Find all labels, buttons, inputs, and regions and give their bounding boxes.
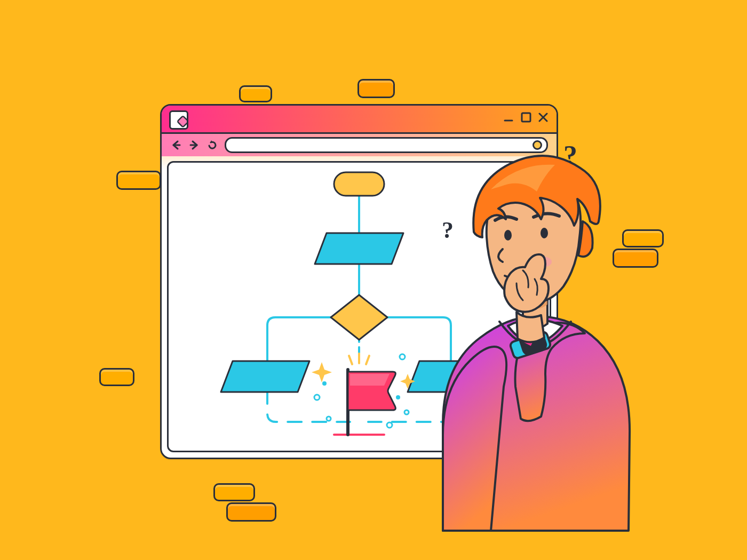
flowchart-start-node [334, 172, 384, 196]
deco-pill [357, 79, 395, 98]
minimize-button[interactable] [503, 111, 515, 123]
back-button[interactable] [170, 139, 182, 151]
flowchart-process-node-left [221, 361, 309, 392]
deco-pill [116, 171, 161, 190]
maximize-button[interactable] [520, 111, 532, 123]
flowchart-process-node [315, 233, 403, 264]
forward-button[interactable] [188, 139, 200, 151]
svg-point-17 [404, 410, 409, 414]
svg-point-18 [387, 422, 392, 428]
thinking-person-illustration [411, 136, 640, 531]
svg-line-12 [349, 356, 352, 364]
svg-rect-0 [177, 116, 187, 127]
svg-point-14 [314, 395, 320, 400]
close-button[interactable] [537, 111, 549, 123]
browser-titlebar [162, 106, 557, 134]
svg-point-22 [504, 230, 512, 241]
svg-rect-2 [522, 113, 530, 122]
svg-point-23 [541, 228, 548, 238]
deco-pill [99, 368, 134, 386]
svg-line-13 [366, 356, 369, 364]
deco-pill [239, 85, 272, 102]
flowchart-decision-node [331, 295, 387, 340]
deco-pill [226, 502, 276, 522]
svg-point-15 [327, 417, 331, 421]
deco-pill [213, 483, 255, 501]
app-diamond-icon [169, 110, 188, 130]
svg-point-19 [322, 381, 327, 386]
reload-button[interactable] [206, 139, 218, 151]
svg-point-20 [396, 395, 400, 399]
forearm [516, 312, 544, 342]
svg-point-16 [400, 354, 405, 359]
